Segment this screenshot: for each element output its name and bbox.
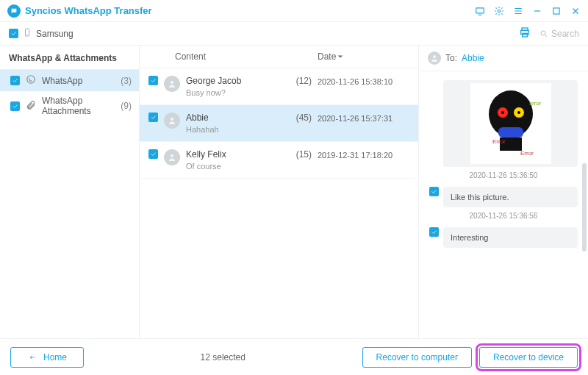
checkbox[interactable] xyxy=(148,113,158,122)
sidebar-item-attachments[interactable]: WhatsApp Attachments (9) xyxy=(0,91,139,121)
home-button[interactable]: Home xyxy=(10,347,84,368)
search-placeholder: Search xyxy=(551,29,579,39)
svg-point-17 xyxy=(517,111,520,114)
svg-point-11 xyxy=(171,154,173,157)
svg-text:ᴇrror: ᴇrror xyxy=(529,100,542,107)
sort-desc-icon xyxy=(337,54,343,60)
toolbar: Samsung Search xyxy=(0,22,588,46)
timestamp: 2020-11-26 15:36:56 xyxy=(429,212,578,220)
svg-point-8 xyxy=(27,76,35,84)
checkbox[interactable] xyxy=(148,76,158,85)
checkbox[interactable] xyxy=(10,101,20,111)
print-icon[interactable] xyxy=(519,26,531,40)
svg-point-7 xyxy=(541,31,545,35)
svg-point-12 xyxy=(433,55,436,58)
image-bubble[interactable]: ᴇrror Error Error xyxy=(443,80,578,167)
svg-point-1 xyxy=(498,10,501,12)
whatsapp-icon xyxy=(26,74,36,87)
sidebar: WhatsApp & Attachments WhatsApp (3) What… xyxy=(0,46,140,338)
conv-count: (15) xyxy=(296,149,312,160)
svg-rect-0 xyxy=(476,7,484,12)
recover-to-computer-button[interactable]: Recover to computer xyxy=(362,347,472,368)
sticker-image: ᴇrror Error Error xyxy=(470,83,551,164)
to-name: Abbie xyxy=(462,53,484,63)
footer: Home 12 selected Recover to computer Rec… xyxy=(0,338,588,375)
chat-pane: To: Abbie ᴇrror Error xyxy=(419,46,588,338)
checkbox[interactable] xyxy=(429,227,439,237)
svg-point-10 xyxy=(171,118,173,121)
maximize-icon[interactable] xyxy=(551,6,562,16)
recover-to-device-button[interactable]: Recover to device xyxy=(479,347,578,368)
timestamp: 2020-11-26 15:36:50 xyxy=(429,171,578,179)
sidebar-header: WhatsApp & Attachments xyxy=(0,46,139,70)
selected-count: 12 selected xyxy=(91,352,355,362)
search-icon xyxy=(539,29,548,38)
conv-snippet: Hahahah xyxy=(186,125,312,134)
select-all-checkbox[interactable] xyxy=(9,29,18,38)
checkbox[interactable] xyxy=(429,187,439,196)
text-bubble[interactable]: Like this picture. xyxy=(443,187,578,207)
svg-text:Error: Error xyxy=(520,150,534,157)
arrow-left-icon xyxy=(27,354,37,361)
avatar-icon xyxy=(428,51,441,65)
message-row: ᴇrror Error Error xyxy=(429,80,578,167)
svg-point-16 xyxy=(501,111,504,114)
svg-rect-18 xyxy=(498,127,523,138)
to-label: To: xyxy=(445,53,457,63)
avatar-icon xyxy=(164,113,180,129)
menu-icon[interactable] xyxy=(513,6,523,16)
checkbox[interactable] xyxy=(10,76,20,85)
conv-date: 2019-12-31 17:18:20 xyxy=(318,149,409,160)
conversation-row[interactable]: Abbie(45) Hahahah 2020-11-26 15:37:31 xyxy=(140,105,418,142)
app-title: Syncios WhatsApp Transfer xyxy=(25,5,152,16)
conversation-row[interactable]: George Jacob(12) Busy now? 2020-11-26 15… xyxy=(140,68,418,105)
chat-header: To: Abbie xyxy=(419,46,588,71)
list-header: Content Date xyxy=(140,46,418,68)
sidebar-item-whatsapp[interactable]: WhatsApp (3) xyxy=(0,70,139,91)
conv-snippet: Of course xyxy=(186,162,312,171)
device-name: Samsung xyxy=(36,29,74,39)
conv-name: George Jacob xyxy=(186,76,241,86)
app-logo-icon xyxy=(7,4,21,18)
conv-date: 2020-11-26 15:38:10 xyxy=(318,76,409,86)
checkbox[interactable] xyxy=(148,149,158,159)
conversation-list: Content Date George Jacob(12) Busy now? … xyxy=(140,46,419,338)
message-row: Interesting xyxy=(429,227,578,248)
conv-name: Kelly Felix xyxy=(186,149,226,160)
attachment-icon xyxy=(26,100,36,113)
svg-rect-2 xyxy=(553,7,559,13)
scrollbar[interactable] xyxy=(582,163,587,251)
avatar-icon xyxy=(164,76,180,92)
col-content[interactable]: Content xyxy=(175,51,318,62)
avatar-icon xyxy=(164,149,180,165)
close-icon[interactable] xyxy=(570,6,581,16)
sidebar-item-count: (3) xyxy=(121,76,132,86)
minimize-icon[interactable] xyxy=(532,6,542,16)
svg-text:Error: Error xyxy=(492,138,506,145)
titlebar: Syncios WhatsApp Transfer xyxy=(0,0,588,22)
search-input[interactable]: Search xyxy=(539,29,579,39)
conv-count: (12) xyxy=(296,76,312,86)
conversation-row[interactable]: Kelly Felix(15) Of course 2019-12-31 17:… xyxy=(140,142,418,179)
message-row: Like this picture. xyxy=(429,187,578,207)
feedback-icon[interactable] xyxy=(475,6,485,16)
sidebar-item-label: WhatsApp Attachments xyxy=(42,96,115,116)
conv-date: 2020-11-26 15:37:31 xyxy=(318,113,409,123)
sidebar-item-count: (9) xyxy=(121,101,132,111)
text-bubble[interactable]: Interesting xyxy=(443,227,578,248)
gear-icon[interactable] xyxy=(494,6,504,16)
chat-body: ᴇrror Error Error 2020-11-26 15:36:50 Li… xyxy=(419,71,588,338)
col-date[interactable]: Date xyxy=(318,51,409,62)
phone-icon xyxy=(23,27,32,40)
conv-snippet: Busy now? xyxy=(186,88,312,97)
svg-point-9 xyxy=(171,81,173,84)
conv-count: (45) xyxy=(296,113,312,123)
sidebar-item-label: WhatsApp xyxy=(42,76,115,86)
conv-name: Abbie xyxy=(186,113,209,123)
main: WhatsApp & Attachments WhatsApp (3) What… xyxy=(0,46,588,338)
